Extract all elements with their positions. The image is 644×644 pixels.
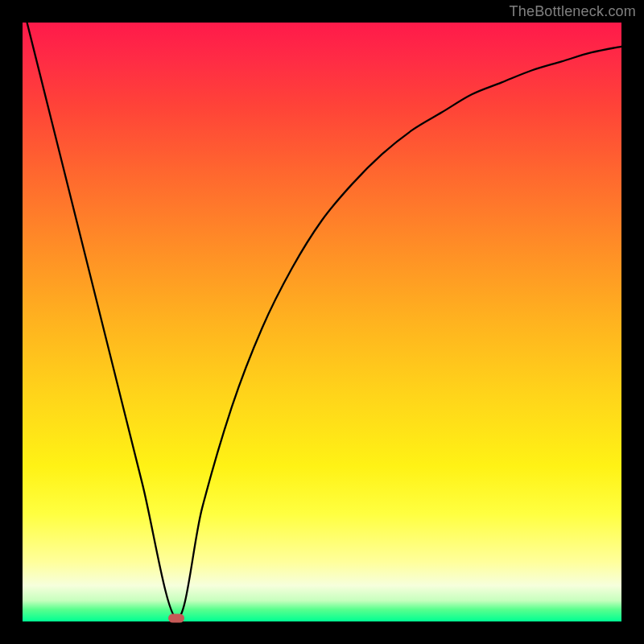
watermark-text: TheBottleneck.com <box>510 3 636 20</box>
plot-area <box>23 23 621 621</box>
optimum-marker <box>168 614 184 623</box>
bottleneck-curve <box>23 23 621 621</box>
chart-frame: TheBottleneck.com <box>0 0 644 644</box>
